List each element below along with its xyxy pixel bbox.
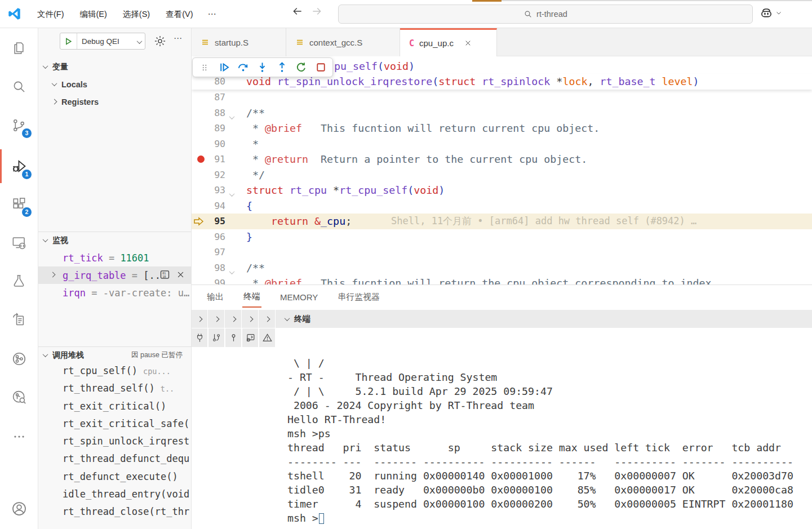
restart-button[interactable] — [292, 59, 310, 76]
terminal-output[interactable]: \ | /- RT - Thread Operating System / | … — [287, 356, 793, 525]
watch-item-rt-tick[interactable]: rt_tick = 11601 — [38, 249, 192, 266]
callstack-frame[interactable]: rt_cpu_self()cpu... — [38, 365, 192, 383]
step-out-button[interactable] — [273, 59, 291, 76]
account-icon — [11, 500, 28, 517]
code-line: 93struct rt_cpu *rt_cpu_self(void) — [192, 183, 812, 198]
scope-label: Locals — [61, 80, 87, 89]
menu-item-edit[interactable]: 编辑(E) — [72, 6, 115, 23]
debug-launch-row: Debug QEI ⋯ — [38, 33, 192, 52]
terminal-cursor — [319, 513, 324, 524]
command-center-search[interactable]: rt-thread — [338, 5, 753, 24]
bottom-panel: 输出 终端 MEMORY 串行监视器 终端 \ | /- RT - Thread… — [192, 284, 812, 529]
section-watch[interactable]: 监视 — [38, 233, 192, 248]
progress-strip — [472, 0, 502, 2]
terminal-line: msh > — [287, 511, 793, 525]
tab-context-gcc-s[interactable]: context_gcc.S — [286, 28, 400, 56]
pins-icon[interactable] — [208, 328, 225, 347]
launch-config-label[interactable]: Debug QEI — [77, 37, 137, 46]
collapsed-terminal-group[interactable] — [225, 310, 242, 328]
menu-item-view[interactable]: 查看(V) — [158, 6, 201, 23]
svg-text:10: 10 — [162, 275, 166, 278]
tab-startup-s[interactable]: startup.S — [192, 28, 286, 56]
close-icon[interactable] — [464, 39, 472, 47]
terminal-line: tidle0 31 ready 0x000000b0 0x00000100 85… — [287, 483, 793, 497]
gear-icon[interactable] — [153, 34, 167, 48]
section-variables[interactable]: 变量 — [38, 59, 192, 74]
terminal-group-header[interactable]: 终端 — [285, 310, 310, 328]
watch-item-irqn[interactable]: irqn = -var-create: u… — [38, 284, 192, 301]
callstack-frame[interactable]: rt_spin_unlock_irqrest — [38, 435, 192, 453]
step-over-button[interactable] — [234, 59, 252, 76]
debug-toolbar — [192, 57, 333, 77]
fold-chevron-icon[interactable] — [230, 189, 234, 199]
vscode-logo-icon — [7, 7, 21, 21]
activity-commit-graph-button[interactable] — [0, 345, 38, 372]
panel-tab-serial-monitor[interactable]: 串行监视器 — [336, 287, 381, 307]
variables-tree: Locals Registers — [38, 75, 192, 110]
callstack-frame[interactable]: rt_exit_critical() — [38, 401, 192, 418]
activity-references-button[interactable] — [0, 306, 38, 333]
activity-extensions-button[interactable]: 2 — [0, 190, 38, 217]
section-title: 变量 — [52, 62, 68, 72]
activity-explorer-button[interactable] — [0, 34, 38, 61]
binary-view-icon[interactable]: 0110 — [159, 269, 171, 281]
section-callstack[interactable]: 调用堆栈 因 pause 已暂停 — [38, 348, 192, 363]
callstack-frame[interactable]: rt_thread_defunct_dequ — [38, 453, 192, 470]
warning-icon[interactable] — [259, 328, 276, 347]
go-forward-button[interactable] — [311, 6, 322, 17]
terminal-icons-row — [192, 328, 812, 347]
pin-icon[interactable] — [225, 328, 242, 347]
toolbar-drag-handle[interactable] — [196, 59, 213, 76]
collapsed-terminal-group[interactable] — [208, 310, 225, 328]
activity-remote-explorer-button[interactable] — [0, 229, 38, 256]
stop-button[interactable] — [312, 59, 330, 76]
chevron-down-icon — [285, 315, 290, 321]
launch-config-control[interactable]: Debug QEI — [60, 33, 145, 50]
fold-chevron-icon[interactable] — [230, 266, 234, 277]
activity-search-button[interactable] — [0, 73, 38, 100]
copilot-menu-button[interactable] — [760, 6, 782, 20]
step-into-button[interactable] — [254, 59, 271, 76]
go-back-button[interactable] — [292, 6, 303, 17]
serial-plug-icon[interactable] — [192, 328, 208, 347]
menu-item-selection[interactable]: 选择(S) — [115, 6, 158, 23]
collapsed-terminal-group[interactable] — [259, 310, 276, 328]
callstack-frame[interactable]: rt_thread_self()t.. — [38, 383, 192, 400]
menu-item-file[interactable]: 文件(F) — [29, 6, 72, 23]
variables-scope-registers[interactable]: Registers — [38, 93, 192, 110]
callstack-frame[interactable]: idle_thread_entry(void — [38, 488, 192, 506]
search-value: rt-thread — [536, 10, 567, 19]
code-area[interactable]: 87 88/** 89 * @brief This fucntion will … — [192, 90, 812, 284]
remove-watch-icon[interactable] — [176, 270, 185, 279]
activity-more-button[interactable] — [0, 423, 38, 450]
watch-list: rt_tick = 11601 g_irq_table = [.. 0110 i… — [38, 249, 192, 301]
watch-item-g-irq-table[interactable]: g_irq_table = [.. 0110 — [38, 266, 192, 284]
execution-pointer-icon — [193, 217, 204, 226]
collapsed-terminal-group[interactable] — [242, 310, 259, 328]
fold-chevron-icon[interactable] — [230, 112, 234, 122]
start-debug-button[interactable] — [60, 33, 77, 49]
variables-scope-locals[interactable]: Locals — [38, 75, 192, 93]
continue-button[interactable] — [215, 59, 232, 76]
menu-more-button[interactable]: ⋯ — [201, 6, 224, 23]
view-more-actions-button[interactable]: ⋯ — [174, 33, 183, 43]
panel-tab-memory[interactable]: MEMORY — [279, 287, 319, 306]
debug-badge: 1 — [22, 170, 32, 179]
activity-run-debug-button[interactable]: 1 — [0, 153, 38, 180]
terminal-line: - RT - Thread Operating System — [287, 370, 793, 384]
collapsed-terminal-group[interactable] — [192, 310, 208, 328]
callstack-frame[interactable]: rt_defunct_execute() — [38, 471, 192, 488]
activity-testing-button[interactable] — [0, 267, 38, 294]
callstack-frame[interactable]: rt_thread_close(rt_thr — [38, 506, 192, 523]
panel-tab-output[interactable]: 输出 — [206, 287, 225, 307]
tab-cpu-up-c[interactable]: C cpu_up.c — [400, 28, 497, 56]
activity-graph-search-button[interactable] — [0, 384, 38, 411]
activity-source-control-button[interactable]: 3 — [0, 112, 38, 139]
panel-tab-terminal[interactable]: 终端 — [242, 286, 261, 308]
debug-console-icon[interactable] — [242, 328, 259, 347]
code-line-breakpoint: 91 * @return Return a pointer to the cur… — [192, 152, 812, 167]
account-button[interactable] — [0, 495, 38, 522]
search-icon — [523, 10, 533, 19]
callstack-frame[interactable]: rt_exit_critical_safe( — [38, 418, 192, 435]
breakpoint-icon[interactable] — [197, 155, 205, 163]
